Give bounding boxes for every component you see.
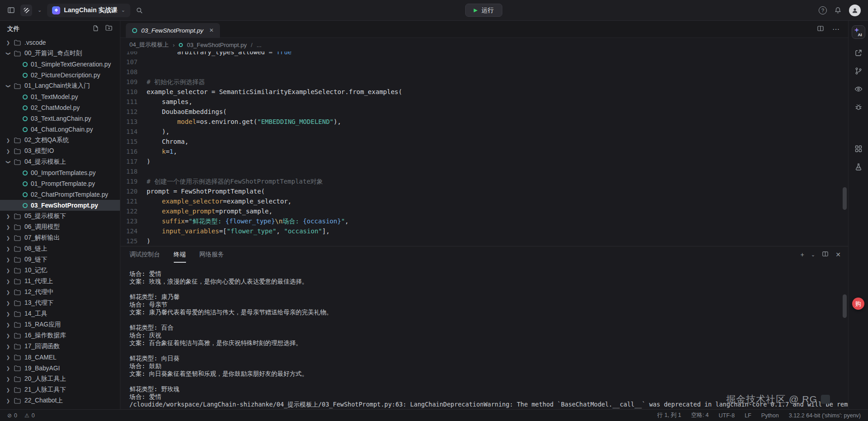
line-number: 107	[120, 57, 138, 67]
tree-folder-item[interactable]: ❯01_LangChain快速入门	[0, 80, 120, 91]
editor-scrollbar[interactable]	[843, 187, 847, 210]
tree-folder-item[interactable]: ❯13_代理下	[0, 298, 120, 308]
preview-eye-icon[interactable]	[854, 85, 863, 93]
folder-icon	[14, 365, 21, 371]
tree-folder-item[interactable]: ❯16_操作数据库	[0, 330, 120, 341]
tree-file-item[interactable]: 04_ChatLongChain.py	[0, 124, 120, 135]
git-branch-icon[interactable]	[854, 67, 863, 75]
tree-folder-item[interactable]: ❯22_Chatbot上	[0, 395, 120, 406]
new-folder-icon[interactable]	[105, 25, 113, 33]
chevron-down-icon[interactable]: ⌄	[38, 7, 42, 13]
tree-folder-item[interactable]: ❯07_解析输出	[0, 232, 120, 243]
tree-folder-item[interactable]: ❯19_BabyAGI	[0, 363, 120, 374]
breadcrumb[interactable]: 04_提示模板上 › 03_FewShotPrompt.py / ...	[120, 38, 848, 52]
line-number: 122	[120, 206, 138, 216]
code-line: )	[147, 236, 848, 246]
promo-badge[interactable]: 购	[852, 298, 864, 310]
close-icon[interactable]: ✕	[209, 27, 214, 33]
editor-tab[interactable]: 03_FewShotPrompt.py ✕	[126, 23, 220, 38]
project-selector[interactable]: ❖ LangChain 实战课 ⌄	[47, 4, 130, 17]
new-file-icon[interactable]	[92, 25, 99, 33]
tree-file-item[interactable]: 01_TextModel.py	[0, 91, 120, 102]
tree-file-item[interactable]: 01_PromptTemplate.py	[0, 178, 120, 189]
chevron-collapsed-icon: ❯	[5, 279, 11, 284]
tab-terminal[interactable]: 终端	[174, 246, 186, 263]
help-icon[interactable]: ?	[819, 6, 827, 14]
tree-file-item[interactable]: 03_TextLangChain.py	[0, 113, 120, 124]
explorer-header: 文件	[0, 21, 120, 37]
close-panel-icon[interactable]: ✕	[835, 251, 841, 258]
tree-file-item[interactable]: 02_ChatPromptTemplate.py	[0, 189, 120, 200]
tree-item-label: 17_回调函数	[24, 342, 60, 350]
folder-icon	[14, 83, 21, 89]
tree-folder-item[interactable]: ❯02_文档QA系统	[0, 135, 120, 146]
tree-folder-item[interactable]: ❯03_模型IO	[0, 146, 120, 156]
search-icon[interactable]	[136, 7, 143, 14]
tree-folder-item[interactable]: ❯17_回调函数	[0, 341, 120, 352]
folder-icon	[14, 51, 21, 57]
tree-folder-item[interactable]: ❯.vscode	[0, 37, 120, 48]
terminal-line: 文案: 百合象征着纯洁与高雅，是你庆祝特殊时刻的理想选择。	[129, 339, 848, 347]
tab-network[interactable]: 网络服务	[200, 246, 224, 263]
tree-folder-item[interactable]: ❯00_开篇词_奇点时刻	[0, 48, 120, 59]
python-file-icon	[23, 170, 28, 175]
extensions-grid-icon[interactable]	[854, 145, 863, 153]
tree-folder-item[interactable]: ❯09_链下	[0, 254, 120, 265]
tree-folder-item[interactable]: ❯06_调用模型	[0, 222, 120, 232]
new-terminal-icon[interactable]: +	[801, 251, 804, 258]
debug-bug-icon[interactable]	[854, 103, 863, 111]
tree-file-item[interactable]: 00_ImportTemplates.py	[0, 167, 120, 178]
user-avatar[interactable]	[849, 5, 861, 16]
tree-file-item[interactable]: 02_ChatModel.py	[0, 102, 120, 113]
app-logo-icon[interactable]	[20, 5, 32, 16]
eol[interactable]: LF	[744, 412, 751, 419]
encoding[interactable]: UTF-8	[719, 412, 734, 419]
terminal-output[interactable]: 场合: 爱情文案: 玫瑰，浪漫的象征，是你向心爱的人表达爱意的最佳选择。 鲜花类…	[120, 263, 848, 409]
breadcrumb-tail[interactable]: ...	[257, 42, 262, 48]
explorer-title: 文件	[7, 25, 19, 33]
tree-folder-item[interactable]: ❯18_CAMEL	[0, 352, 120, 363]
tree-folder-item[interactable]: ❯15_RAG应用	[0, 319, 120, 330]
breadcrumb-file[interactable]: 03_FewShotPrompt.py	[187, 42, 247, 48]
tree-folder-item[interactable]: ❯21_人脉工具下	[0, 384, 120, 395]
cursor-position[interactable]: 行 1, 列 1	[657, 412, 681, 419]
language-mode[interactable]: Python	[761, 412, 779, 419]
tree-file-item[interactable]: 01_SimpleTextGeneration.py	[0, 59, 120, 70]
terminal-scrollbar[interactable]	[843, 294, 847, 318]
tree-folder-item[interactable]: ❯20_人脉工具上	[0, 374, 120, 384]
tree-folder-item[interactable]: ❯04_提示模板上	[0, 156, 120, 167]
line-number: 111	[120, 97, 138, 107]
line-number: 124	[120, 226, 138, 236]
more-actions-icon[interactable]: ⋯	[832, 25, 840, 33]
chevron-down-icon[interactable]: ⌄	[811, 252, 815, 258]
tab-debug-console[interactable]: 调试控制台	[129, 246, 160, 263]
tree-folder-item[interactable]: ❯12_代理中	[0, 287, 120, 298]
ai-assistant-icon[interactable]: AI	[852, 25, 865, 39]
workspace: 03_FewShotPrompt.py ✕ ⋯ 04_提示模板上 › 03_Fe…	[120, 21, 848, 409]
notifications-icon[interactable]	[834, 6, 842, 14]
split-editor-icon[interactable]	[817, 25, 824, 34]
tree-folder-item[interactable]: ❯08_链上	[0, 243, 120, 254]
tree-file-item[interactable]: 02_PictureDescription.py	[0, 70, 120, 80]
sidebar-toggle-icon[interactable]	[7, 6, 15, 14]
indent-setting[interactable]: 空格: 4	[691, 412, 709, 419]
breadcrumb-folder[interactable]: 04_提示模板上	[129, 41, 169, 49]
errors-indicator[interactable]: ⊘ 0	[7, 412, 17, 419]
tree-folder-item[interactable]: ❯14_工具	[0, 308, 120, 319]
run-button[interactable]: ▶ 运行	[465, 4, 502, 17]
warnings-indicator[interactable]: ⚠ 0	[24, 412, 35, 419]
code-editor[interactable]: 1061071081091101111121131141151161171181…	[120, 52, 848, 246]
tree-item-label: 00_开篇词_奇点时刻	[24, 49, 82, 57]
test-flask-icon[interactable]	[854, 163, 863, 171]
python-interpreter[interactable]: 3.12.2 64-bit ('shims': pyenv)	[789, 412, 861, 419]
tree-folder-item[interactable]: ❯11_代理上	[0, 276, 120, 287]
tree-item-label: 02_ChatPromptTemplate.py	[31, 191, 108, 198]
tree-item-label: 14_工具	[24, 310, 48, 318]
tree-file-item[interactable]: 03_FewShotPrompt.py	[0, 200, 120, 211]
export-icon[interactable]	[854, 49, 863, 57]
tree-folder-item[interactable]: ❯05_提示模板下	[0, 211, 120, 222]
tree-folder-item[interactable]: ❯10_记忆	[0, 265, 120, 276]
folder-icon	[14, 289, 21, 295]
split-panel-icon[interactable]	[822, 251, 829, 259]
folder-icon	[14, 344, 21, 350]
